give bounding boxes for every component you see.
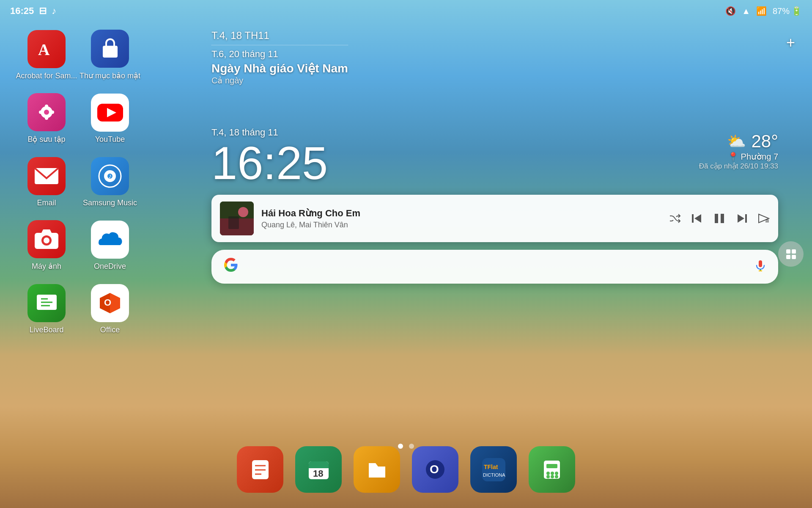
mic-icon[interactable] (754, 260, 766, 274)
pause-button[interactable] (713, 212, 726, 225)
add-widget-button[interactable]: + (786, 34, 795, 52)
app-youtube[interactable]: YouTube (80, 89, 140, 148)
svg-text:DICTIONARY: DICTIONARY (483, 472, 505, 478)
secure-folder-label: Thư mục bảo mật (80, 71, 140, 80)
svg-point-3 (44, 110, 49, 115)
google-logo (223, 257, 239, 276)
cal-event-name: Ngày Nhà giáo Việt Nam (211, 61, 348, 75)
grid-icon (786, 249, 796, 259)
grid-dot (786, 249, 790, 254)
svg-text:O: O (104, 297, 111, 308)
onedrive-label: OneDrive (94, 262, 126, 271)
tflat-dock-icon: TFlatDICTIONARY (470, 446, 517, 493)
music-title: Hái Hoa Rừng Cho Em (261, 208, 661, 219)
gallery-label: Bộ sưu tập (27, 135, 65, 144)
music-artist: Quang Lê, Mai Thiên Vân (261, 221, 661, 229)
app-email[interactable]: Email (17, 152, 76, 212)
status-time: 16:25 (10, 6, 34, 17)
music-album-art (220, 202, 254, 235)
app-secure-folder[interactable]: Thư mục bảo mật (80, 25, 140, 85)
status-bar: 16:25 ⊟ ♪ 🔇 ▲ 📶 87% 🔋 (0, 0, 812, 22)
app-onedrive[interactable]: OneDrive (80, 216, 140, 275)
svg-marker-32 (738, 214, 744, 223)
weather-location: 📍 Phường 7 (699, 152, 778, 162)
svg-point-25 (238, 207, 248, 217)
onedrive-icon (91, 221, 129, 259)
dock-app-files[interactable] (354, 446, 400, 493)
location-pin-icon: 📍 (728, 152, 738, 162)
dock-app-tflat[interactable]: TFlatDICTIONARY (470, 446, 517, 493)
gallery-icon (27, 93, 66, 131)
status-right: 🔇 ▲ 📶 87% 🔋 (725, 6, 802, 16)
samsung-music-icon: ♪ (91, 157, 129, 195)
app-office[interactable]: O Office (80, 279, 140, 339)
svg-text:A: A (38, 41, 50, 58)
queue-button[interactable] (758, 213, 770, 224)
google-search-widget[interactable] (211, 250, 778, 284)
weather-location-text: Phường 7 (741, 152, 778, 162)
signal-icon: 📶 (756, 6, 767, 16)
app-gallery[interactable]: Bộ sưu tập (17, 89, 76, 148)
camera-icon (27, 220, 66, 258)
app-camera[interactable]: Máy ảnh (17, 216, 76, 275)
svg-rect-29 (715, 214, 718, 223)
weather-icon: ⛅ (727, 133, 746, 150)
svg-rect-27 (692, 214, 694, 223)
dock-app-memo[interactable] (237, 446, 283, 493)
svg-point-58 (551, 475, 554, 478)
svg-point-59 (555, 475, 558, 478)
youtube-label: YouTube (95, 135, 125, 144)
svg-text:18: 18 (313, 468, 323, 479)
svg-text:O: O (430, 463, 439, 476)
mute-icon: 🔇 (725, 6, 736, 16)
svg-rect-53 (546, 464, 557, 468)
svg-point-17 (44, 237, 49, 243)
dock: 18 O TFlatDICTIONARY (224, 439, 588, 500)
cal-event-date: T.6, 20 tháng 11 (211, 49, 348, 60)
svg-point-57 (546, 475, 550, 478)
shuffle-button[interactable] (669, 213, 681, 224)
battery-status: 87% 🔋 (773, 6, 802, 16)
notes-icon: ⊟ (39, 6, 47, 17)
music-controls (669, 212, 770, 225)
svg-rect-26 (228, 216, 239, 229)
calculator-dock-icon (529, 446, 575, 493)
liveboard-icon (27, 284, 66, 322)
music-player-widget: Hái Hoa Rừng Cho Em Quang Lê, Mai Thiên … (211, 195, 778, 242)
dock-app-calendar[interactable]: 18 (295, 446, 342, 493)
next-button[interactable] (736, 213, 748, 224)
office-icon: O (91, 284, 129, 322)
acrobat-icon: A (27, 30, 66, 68)
svg-point-55 (551, 472, 554, 475)
app-acrobat[interactable]: A Acrobat for Sam... (17, 25, 76, 85)
svg-point-56 (555, 472, 558, 475)
files-dock-icon (354, 446, 400, 493)
svg-point-6 (39, 110, 42, 114)
battery-icon: 🔋 (791, 6, 802, 16)
camera-label: Máy ảnh (32, 262, 61, 271)
dock-app-opera[interactable]: O (412, 446, 458, 493)
office-label: Office (100, 326, 120, 334)
youtube-icon (91, 94, 129, 132)
svg-point-7 (51, 110, 54, 114)
calendar-widget: T.4, 18 TH11 T.6, 20 tháng 11 Ngày Nhà g… (211, 30, 348, 86)
svg-point-4 (45, 105, 48, 108)
app-liveboard[interactable]: LiveBoard (17, 279, 76, 339)
clock-time: 16:25 (211, 140, 328, 186)
music-thumbnail (220, 202, 254, 235)
grid-dot (792, 255, 796, 259)
secure-folder-icon (91, 30, 129, 68)
cal-event-sub: Cả ngày (211, 75, 348, 86)
svg-text:♪: ♪ (108, 172, 112, 179)
calendar-dock-icon: 18 (295, 446, 342, 493)
svg-rect-31 (745, 214, 747, 223)
weather-updated: Đã cập nhật 26/10 19:33 (699, 162, 778, 171)
dock-app-calculator[interactable] (529, 446, 575, 493)
app-samsung-music[interactable]: ♪ Samsung Music (80, 152, 140, 212)
grid-dot (786, 255, 790, 259)
acrobat-label: Acrobat for Sam... (16, 72, 77, 80)
edge-panel-button[interactable] (778, 241, 804, 267)
app-grid: A Acrobat for Sam... Thư mục bảo mật Bộ … (17, 25, 140, 402)
prev-button[interactable] (691, 213, 703, 224)
email-label: Email (37, 199, 56, 207)
